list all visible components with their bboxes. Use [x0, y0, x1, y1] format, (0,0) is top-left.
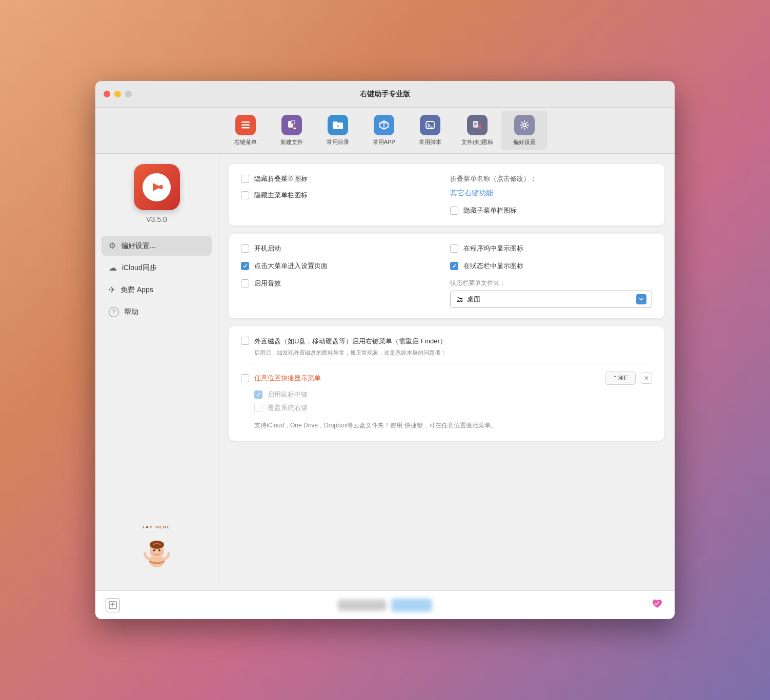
toolbar-item-common-script[interactable]: 常用脚本: [407, 111, 453, 150]
close-button[interactable]: [104, 91, 110, 97]
new-file-icon: [281, 115, 302, 135]
status-bar-folder-dropdown[interactable]: 🗂 桌面: [450, 291, 652, 308]
svg-rect-2: [241, 127, 250, 129]
tap-here-mascot[interactable]: TAP HERE: [131, 524, 183, 575]
file-tag-label: 文件(夹)图标: [461, 138, 493, 146]
sidebar-item-help[interactable]: ? 帮助: [102, 302, 212, 322]
enable-mouse-middle-checkbox[interactable]: [254, 390, 262, 399]
show-in-status-bar-item: 在状态栏中显示图标: [450, 261, 652, 271]
hide-main-menu-icon-item: 隐藏主菜单栏图标: [241, 191, 443, 200]
mascot-svg: [139, 534, 175, 570]
fold-menu-name-title: 折叠菜单名称（点击修改）：: [450, 174, 652, 183]
show-in-status-bar-label: 在状态栏中显示图标: [463, 261, 523, 271]
hide-folded-icon-checkbox[interactable]: [241, 175, 249, 183]
toolbar-item-common-dir[interactable]: 常用目录: [315, 111, 361, 150]
main-content: V3.5.0 ⚙ 偏好设置... ☁ iCloud同步 ✈ 免费 Apps ? …: [95, 154, 675, 590]
svg-rect-4: [291, 120, 295, 124]
settings-panel: 隐藏折叠菜单图标 隐藏主菜单栏图标 折叠菜单名称（点击修改）： 其它右键功能 隐…: [218, 154, 675, 590]
toolbar: 右键菜单 新建文件: [95, 108, 675, 154]
click-menu-enter-settings-checkbox[interactable]: [241, 262, 249, 270]
svg-rect-0: [241, 121, 250, 123]
common-script-icon: [420, 115, 440, 135]
icloud-nav-icon: ☁: [109, 263, 117, 273]
svg-rect-13: [474, 123, 477, 124]
startup-checkbox[interactable]: [241, 244, 249, 253]
hide-main-menu-icon-checkbox[interactable]: [241, 191, 249, 199]
blurred-button: 操作按钮: [391, 599, 432, 612]
titlebar: 右键助手专业版: [95, 81, 675, 108]
svg-point-21: [158, 549, 160, 551]
startup-item: 开机启动: [241, 244, 443, 253]
minimize-button[interactable]: [114, 91, 121, 97]
like-button[interactable]: [650, 596, 664, 614]
shortcut-clear-button[interactable]: ✕: [641, 373, 652, 384]
external-disk-desc: 启用后，如发现外置磁盘的图标异常，属正常现象，这是系统本身的问题哦！: [254, 349, 652, 357]
free-apps-nav-label: 免费 Apps: [120, 285, 153, 295]
preferences-nav-icon: ⚙: [109, 241, 116, 251]
svg-point-15: [523, 123, 526, 127]
svg-point-22: [150, 551, 154, 554]
svg-point-19: [150, 541, 164, 549]
override-system-right-item: 覆盖系统右键: [254, 403, 652, 413]
help-nav-icon: ?: [109, 307, 119, 317]
folder-dropdown-arrow-icon: [636, 294, 646, 304]
toolbar-item-preferences[interactable]: 偏好设置: [501, 111, 548, 150]
sidebar: V3.5.0 ⚙ 偏好设置... ☁ iCloud同步 ✈ 免费 Apps ? …: [95, 154, 218, 590]
status-bar-folder-section: 状态栏菜单文件夹： 🗂 桌面: [450, 279, 652, 308]
fold-menu-name-value[interactable]: 其它右键功能: [450, 189, 652, 198]
override-system-right-label: 覆盖系统右键: [268, 403, 308, 413]
fold-menu-name-section: 折叠菜单名称（点击修改）： 其它右键功能 隐藏子菜单栏图标: [450, 174, 652, 215]
enable-sound-item: 启用音效: [241, 279, 443, 288]
rightclick-menu-icon: [235, 115, 256, 135]
startup-label: 开机启动: [254, 244, 281, 253]
common-app-label: 常用APP: [373, 138, 395, 146]
bottom-bar: 隐私信息文字 操作按钮: [95, 590, 675, 619]
hide-submenu-icon-checkbox[interactable]: [450, 207, 458, 215]
toolbar-item-file-tag[interactable]: 文件(夹)图标: [453, 111, 501, 150]
hide-main-menu-icon-label: 隐藏主菜单栏图标: [254, 191, 308, 200]
toolbar-item-rightclick-menu[interactable]: 右键菜单: [222, 111, 269, 150]
show-in-dock-checkbox[interactable]: [450, 244, 458, 253]
free-apps-nav-icon: ✈: [109, 285, 115, 295]
export-button[interactable]: [106, 598, 120, 612]
enable-sound-checkbox[interactable]: [241, 279, 249, 287]
enable-mouse-middle-label: 启用鼠标中键: [268, 390, 308, 399]
common-dir-icon: [328, 115, 348, 135]
show-in-dock-item: 在程序坞中显示图标: [450, 244, 652, 253]
toolbar-item-common-app[interactable]: 常用APP: [361, 111, 407, 150]
hide-folded-icon-label: 隐藏折叠菜单图标: [254, 174, 308, 183]
file-tag-icon: [467, 115, 488, 135]
shortcut-display[interactable]: ⌃⌘E: [605, 372, 636, 385]
external-disk-checkbox[interactable]: [241, 337, 249, 345]
maximize-button[interactable]: [125, 91, 132, 97]
sidebar-bottom: TAP HERE: [131, 524, 183, 580]
common-script-label: 常用脚本: [419, 138, 441, 146]
svg-rect-14: [474, 125, 476, 126]
window-controls: [104, 91, 132, 97]
folder-dropdown-text: 桌面: [467, 295, 632, 304]
preferences-nav-label: 偏好设置...: [121, 241, 156, 251]
anywhere-label: 任意位置快捷显示菜单: [254, 374, 321, 383]
tap-here-label: TAP HERE: [143, 525, 171, 529]
hide-submenu-icon-item: 隐藏子菜单栏图标: [450, 206, 652, 215]
show-in-dock-label: 在程序坞中显示图标: [463, 244, 523, 253]
svg-point-23: [159, 551, 164, 554]
app-icon: [134, 164, 180, 210]
hide-folded-icon-item: 隐藏折叠菜单图标: [241, 174, 443, 183]
show-in-status-bar-checkbox[interactable]: [450, 262, 458, 270]
anywhere-shortcut-row: 任意位置快捷显示菜单 ⌃⌘E ✕: [241, 372, 652, 385]
settings-card-menu-icons: 隐藏折叠菜单图标 隐藏主菜单栏图标 折叠菜单名称（点击修改）： 其它右键功能 隐…: [229, 164, 664, 225]
override-system-right-checkbox[interactable]: [254, 404, 262, 412]
svg-point-20: [153, 549, 155, 551]
sidebar-item-icloud[interactable]: ☁ iCloud同步: [102, 258, 212, 278]
svg-rect-1: [241, 125, 250, 126]
preferences-label: 偏好设置: [513, 138, 536, 146]
common-app-icon: [374, 115, 394, 135]
window-title: 右键助手专业版: [360, 90, 410, 99]
toolbar-item-new-file[interactable]: 新建文件: [269, 111, 315, 150]
new-file-label: 新建文件: [280, 138, 303, 146]
external-disk-row: 外置磁盘（如U盘，移动硬盘等）启用右键菜单（需重启 Finder）: [241, 337, 652, 346]
sidebar-item-free-apps[interactable]: ✈ 免费 Apps: [102, 280, 212, 300]
anywhere-checkbox[interactable]: [241, 374, 249, 382]
sidebar-item-preferences[interactable]: ⚙ 偏好设置...: [102, 236, 212, 256]
